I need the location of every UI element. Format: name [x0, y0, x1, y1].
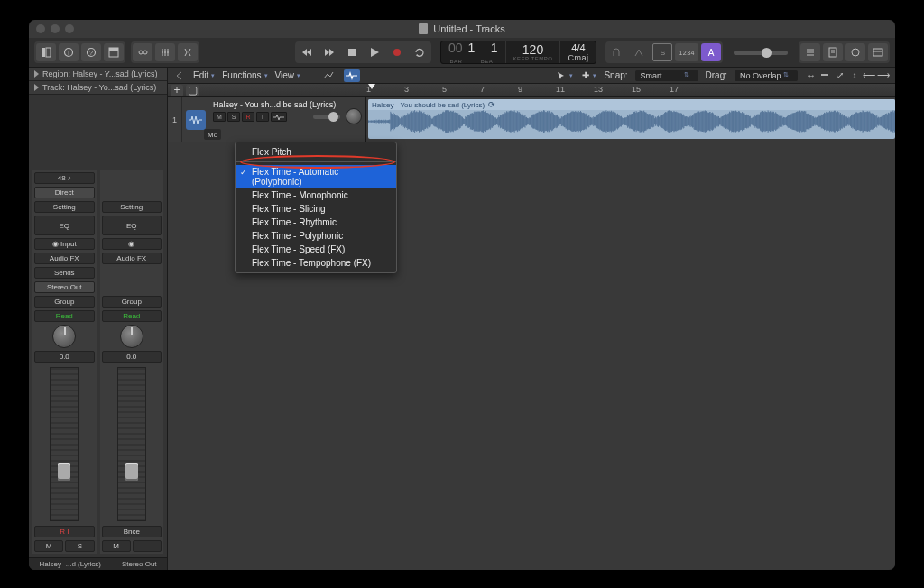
eq-slot[interactable]: EQ — [102, 216, 162, 235]
flex-mode-menu[interactable]: Flex Pitch ✓Flex Time - Automatic (Polyp… — [235, 142, 397, 273]
flex-mode-item[interactable]: Flex Time - Speed (FX) — [236, 243, 396, 256]
zoom-out-button[interactable]: ⟵ — [863, 67, 875, 85]
replace-button[interactable] — [607, 43, 627, 61]
count-in-button[interactable]: 1234 — [675, 43, 698, 61]
zoom-v-button[interactable]: ⤢ — [834, 67, 846, 85]
rec-slot[interactable]: R I — [34, 526, 95, 537]
setting-slot[interactable]: Setting — [34, 201, 95, 213]
list-editors-button[interactable] — [800, 43, 820, 61]
output-slot[interactable]: Stereo Out — [34, 281, 95, 293]
flex-track-button[interactable] — [271, 112, 287, 122]
track-pan-knob[interactable] — [346, 108, 362, 124]
svg-rect-505 — [716, 115, 716, 127]
mute-button[interactable]: M — [102, 540, 131, 552]
zoom-icon[interactable] — [65, 24, 74, 33]
rec-icon-slot[interactable]: ◉ — [102, 238, 162, 250]
smart-controls-button[interactable] — [133, 43, 152, 61]
audio-region[interactable]: Halsey - You should be sad (Lyrics)⟳ — [368, 99, 895, 139]
flex-mode-item[interactable]: Flex Time - Slicing — [236, 202, 396, 216]
inspector-button[interactable]: i — [59, 43, 79, 61]
pan-knob[interactable] — [120, 325, 143, 348]
add-track-button[interactable]: + — [171, 85, 183, 96]
browsers-button[interactable] — [868, 43, 888, 61]
automation-slot[interactable]: Read — [34, 310, 95, 322]
tuner-button[interactable]: A — [701, 43, 721, 61]
waveform-zoom-button[interactable] — [819, 67, 832, 85]
record-button[interactable] — [387, 43, 407, 61]
functions-menu[interactable]: Functions▾ — [222, 70, 267, 80]
record-enable-button[interactable]: R — [242, 112, 254, 122]
automation-slot[interactable]: Read — [102, 310, 162, 322]
region-infobar[interactable]: Region: Halsey - Y...sad (Lyrics) — [29, 68, 167, 81]
zoom-h-button[interactable]: ↔ — [805, 67, 818, 85]
eq-slot[interactable]: EQ — [34, 216, 95, 235]
fader-cap[interactable] — [58, 463, 70, 481]
back-button[interactable] — [173, 69, 186, 82]
mixer-button[interactable] — [155, 43, 175, 61]
solo-button[interactable]: S — [65, 540, 94, 552]
flex-button[interactable] — [344, 69, 360, 82]
track-volume-slider[interactable] — [313, 115, 340, 119]
svg-rect-255 — [538, 113, 539, 130]
flex-mode-item[interactable]: Flex Time - Rhythmic — [236, 216, 396, 229]
autopunch-button[interactable] — [630, 43, 650, 61]
automation-button[interactable] — [320, 69, 337, 82]
editors-button[interactable] — [178, 43, 198, 61]
track-header[interactable]: 1 Halsey - You sh...d be sad (Lyrics) M … — [168, 97, 366, 142]
svg-rect-193 — [494, 116, 494, 126]
audiofx-slot[interactable]: Audio FX — [102, 253, 162, 264]
traffic-lights[interactable] — [36, 24, 74, 33]
snap-select[interactable]: Smart⇅ — [635, 70, 698, 81]
fader[interactable] — [50, 367, 79, 521]
duplicate-track-button[interactable]: ▢ — [186, 85, 199, 96]
master-volume-slider[interactable] — [734, 51, 788, 55]
gain-slot[interactable]: 48 ♪ — [34, 172, 95, 184]
library-button[interactable] — [36, 43, 56, 61]
pan-value[interactable]: 0.0 — [34, 351, 95, 363]
pan-value[interactable]: 0.0 — [102, 351, 162, 363]
track-infobar[interactable]: Track: Halsey - Yo...sad (Lyrics) — [29, 81, 167, 95]
flex-mode-item[interactable]: ✓Flex Time - Automatic (Polyphonic) — [236, 165, 396, 188]
zoom-in-button[interactable]: ⟶ — [877, 67, 890, 85]
sends-slot[interactable]: Sends — [34, 267, 95, 279]
group-slot[interactable]: Group — [34, 296, 95, 308]
tool-selector[interactable]: ▾ ✚▾ — [557, 70, 597, 80]
stop-button[interactable] — [342, 43, 362, 61]
forward-button[interactable] — [319, 43, 339, 61]
pan-knob[interactable] — [52, 325, 76, 348]
flex-mode-item[interactable]: Flex Time - Polyphonic — [236, 229, 396, 243]
input-slot[interactable]: ◉ Input — [34, 238, 95, 250]
flex-mode-button[interactable]: Mo — [204, 129, 221, 140]
view-menu[interactable]: View▾ — [275, 70, 301, 80]
direct-slot[interactable]: Direct — [34, 187, 95, 198]
close-icon[interactable] — [36, 24, 45, 33]
loops-button[interactable] — [845, 43, 865, 61]
minimize-icon[interactable] — [51, 24, 60, 33]
play-button[interactable] — [365, 43, 384, 61]
flex-mode-item[interactable]: Flex Time - Monophonic — [236, 188, 396, 202]
flex-pitch-item[interactable]: Flex Pitch — [236, 145, 396, 159]
fader-cap[interactable] — [125, 463, 138, 481]
edit-menu[interactable]: Edit▾ — [193, 70, 215, 80]
svg-rect-145 — [459, 115, 460, 129]
quickhelp-button[interactable]: ? — [81, 43, 101, 61]
setting-slot[interactable]: Setting — [102, 201, 162, 213]
lcd-display[interactable]: 001 1 BAR BEAT 120KEEP TEMPO 4/4Cmaj — [440, 41, 597, 64]
drag-select[interactable]: No Overlap⇅ — [735, 70, 798, 81]
group-slot[interactable]: Group — [102, 296, 162, 308]
mute-button[interactable]: M — [34, 540, 63, 552]
cycle-button[interactable] — [410, 43, 430, 61]
vertical-zoom-button[interactable]: ↕ — [848, 67, 861, 85]
input-monitor-button[interactable]: I — [256, 112, 269, 122]
mute-button[interactable]: M — [213, 112, 226, 122]
solo-button[interactable]: S — [652, 43, 672, 61]
bounce-slot[interactable]: Bnce — [102, 526, 162, 537]
audiofx-slot[interactable]: Audio FX — [34, 253, 95, 264]
toolbar-button[interactable] — [104, 43, 124, 61]
timeline-ruler[interactable]: + ▢ 1357911131517 — [168, 84, 895, 97]
flex-mode-item[interactable]: Flex Time - Tempophone (FX) — [236, 256, 396, 270]
fader[interactable] — [117, 367, 146, 521]
solo-button[interactable]: S — [227, 112, 240, 122]
rewind-button[interactable] — [297, 43, 317, 61]
notepad-button[interactable] — [823, 43, 843, 61]
